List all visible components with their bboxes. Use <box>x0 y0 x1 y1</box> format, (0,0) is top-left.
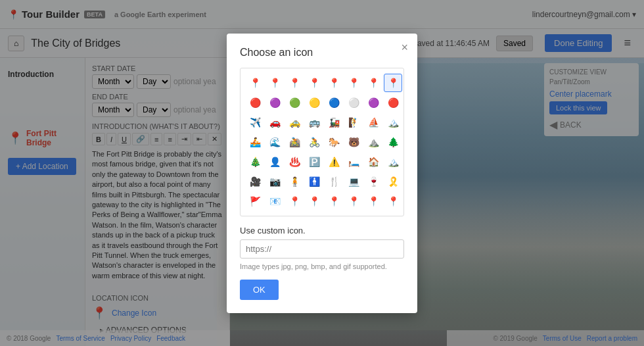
icon-cell-outline-yellow[interactable]: 🟡 <box>305 93 323 112</box>
icon-pin7[interactable]: 📍 <box>384 192 402 210</box>
icon-mail[interactable]: 📧 <box>265 192 284 210</box>
icon-theater[interactable]: 🎭 <box>403 153 404 171</box>
icon-film[interactable]: 🎥 <box>246 172 264 191</box>
icon-warning[interactable]: ⚠️ <box>325 153 343 171</box>
icon-cell-yellow-pin[interactable]: 📍 <box>305 74 323 92</box>
icon-cell-outline-white[interactable]: ⚪ <box>344 93 363 112</box>
icon-cell-teal-pin[interactable]: 📍 <box>325 74 343 92</box>
icon-horse[interactable]: 🐎 <box>325 133 343 151</box>
icon-mountain2[interactable]: 🏔️ <box>384 153 402 171</box>
icon-pin6[interactable]: 📍 <box>364 192 382 210</box>
icon-laptop[interactable]: 💻 <box>344 172 363 191</box>
choose-icon-modal: Choose an icon × 📍 📍 📍 📍 📍 📍 📍 📍 📍 🔴 🟣 🟢… <box>227 34 417 313</box>
icon-cell-red-pin[interactable]: 📍 <box>246 74 264 92</box>
icon-plane[interactable]: ✈️ <box>246 113 264 132</box>
icon-wine[interactable]: 🍷 <box>364 172 382 191</box>
icon-cell-white-pin[interactable]: 📍 <box>344 74 363 92</box>
icon-grid: 📍 📍 📍 📍 📍 📍 📍 📍 📍 🔴 🟣 🟢 🟡 🔵 ⚪ 🟣 🔴 🟠 ✈️ 🚗… <box>240 68 404 216</box>
icon-cell-outline-red[interactable]: 🔴 <box>246 93 264 112</box>
icon-tree[interactable]: 🌲 <box>403 113 404 132</box>
icon-xmas-tree[interactable]: 🎄 <box>246 153 264 171</box>
icon-bear[interactable]: 🐻 <box>344 133 363 151</box>
icon-pin5[interactable]: 📍 <box>344 192 363 210</box>
icon-parking[interactable]: 🅿️ <box>305 153 323 171</box>
icon-train[interactable]: 🚂 <box>325 113 343 132</box>
icon-peak[interactable]: ⛰️ <box>364 133 382 151</box>
icon-fork[interactable]: 🍴 <box>325 172 343 191</box>
modal-title: Choose an icon <box>240 47 404 59</box>
icon-pin2[interactable]: 📍 <box>285 192 304 210</box>
icon-rowing[interactable]: 🚣 <box>246 133 264 151</box>
modal-overlay: Choose an icon × 📍 📍 📍 📍 📍 📍 📍 📍 📍 🔴 🟣 🟢… <box>0 0 644 346</box>
custom-icon-hint: Image types jpg, png, bmp, and gif suppo… <box>240 262 404 270</box>
ok-button[interactable]: OK <box>240 280 279 300</box>
icon-cell-orange-pin[interactable]: 📍 <box>403 74 404 92</box>
icon-pin4[interactable]: 📍 <box>325 192 343 210</box>
icon-taxi[interactable]: 🚕 <box>285 113 304 132</box>
icon-person2[interactable]: 🧍 <box>285 172 304 191</box>
icon-hot-spring[interactable]: ♨️ <box>285 153 304 171</box>
icon-pin3[interactable]: 📍 <box>305 192 323 210</box>
icon-cell-green-pin[interactable]: 📍 <box>285 74 304 92</box>
icon-sailboat[interactable]: ⛵ <box>364 113 382 132</box>
icon-cell-pink-pin[interactable]: 📍 <box>265 74 284 92</box>
icon-leaf[interactable]: 🌿 <box>403 172 404 191</box>
icon-car[interactable]: 🚗 <box>265 113 284 132</box>
icon-cell-dot-orange[interactable]: 🟠 <box>403 93 404 112</box>
icon-wave[interactable]: 🌊 <box>265 133 284 151</box>
icon-cell-outline-pink[interactable]: 🟣 <box>265 93 284 112</box>
icon-bus[interactable]: 🚌 <box>305 113 323 132</box>
icon-cycling[interactable]: 🚴 <box>305 133 323 151</box>
icon-flag[interactable]: 🚩 <box>246 192 264 210</box>
icon-pin8[interactable]: 📍 <box>403 192 404 210</box>
icon-cell-purple-pin[interactable]: 📍 <box>364 74 382 92</box>
icon-cell-outline-green[interactable]: 🟢 <box>285 93 304 112</box>
icon-cell-outline-teal[interactable]: 🔵 <box>325 93 343 112</box>
icon-cell-dot-red[interactable]: 🔴 <box>384 93 402 112</box>
icon-ribbon[interactable]: 🎗️ <box>384 172 402 191</box>
icon-mtb[interactable]: 🚵 <box>285 133 304 151</box>
icon-cell-selected-pin[interactable]: 📍 <box>384 74 402 92</box>
modal-close-button[interactable]: × <box>401 41 408 53</box>
icon-pine[interactable]: 🌲 <box>384 133 402 151</box>
icon-person[interactable]: 👤 <box>265 153 284 171</box>
custom-icon-label: Use custom icon. <box>240 226 404 235</box>
icon-mountain[interactable]: 🏔️ <box>384 113 402 132</box>
icon-house[interactable]: 🏠 <box>364 153 382 171</box>
icon-tent[interactable]: ⛺ <box>403 133 404 151</box>
icon-man[interactable]: 🚹 <box>305 172 323 191</box>
icon-hiker[interactable]: 🧗 <box>344 113 363 132</box>
icon-cell-outline-purple[interactable]: 🟣 <box>364 93 382 112</box>
custom-icon-input[interactable] <box>240 239 404 259</box>
icon-bed[interactable]: 🛏️ <box>344 153 363 171</box>
icon-camera[interactable]: 📷 <box>265 172 284 191</box>
